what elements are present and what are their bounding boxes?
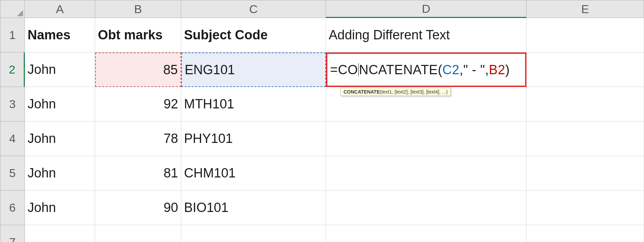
cell-a3[interactable]: John	[25, 87, 95, 122]
cell-b6[interactable]: 90	[95, 191, 181, 225]
cell-c3[interactable]: MTH101	[181, 87, 326, 122]
cell-b7[interactable]	[95, 225, 181, 242]
row-header-2[interactable]: 2	[0, 52, 25, 87]
function-tooltip[interactable]: CONCATENATE(text1, [text2], [text3], [te…	[340, 88, 451, 96]
cell-c7[interactable]	[181, 225, 326, 242]
cell-a6[interactable]: John	[25, 191, 95, 225]
row-header-1[interactable]: 1	[0, 18, 25, 52]
formula-ref-b2: B2	[489, 62, 505, 77]
cell-a2[interactable]: John	[25, 52, 95, 87]
cell-d2[interactable]: =CONCATENATE(C2," - ",B2) CONCATENATE(te…	[326, 52, 527, 87]
cell-a7[interactable]	[25, 225, 95, 242]
cell-d1[interactable]: Adding Different Text	[326, 18, 527, 52]
cell-d4[interactable]	[326, 122, 527, 156]
cell-d6[interactable]	[326, 191, 527, 225]
cell-e6[interactable]	[527, 191, 644, 225]
cell-a4[interactable]: John	[25, 122, 95, 156]
formula-ref-c2: C2	[442, 62, 460, 77]
cell-b1[interactable]: Obt marks	[95, 18, 181, 52]
col-header-a[interactable]: A	[25, 0, 95, 18]
row-header-5[interactable]: 5	[0, 156, 25, 191]
cell-c2[interactable]: ENG101	[181, 52, 326, 87]
row-header-3[interactable]: 3	[0, 87, 25, 122]
row-header-4[interactable]: 4	[0, 122, 25, 156]
cell-c1[interactable]: Subject Code	[181, 18, 326, 52]
cell-e5[interactable]	[527, 156, 644, 191]
formula-mid: ," - ",	[459, 62, 489, 77]
text-caret	[358, 63, 359, 76]
cell-e1[interactable]	[527, 18, 644, 52]
cell-a1[interactable]: Names	[25, 18, 95, 52]
select-all-corner[interactable]	[0, 0, 25, 18]
cell-b3[interactable]: 92	[95, 87, 181, 122]
formula-pre: =CO	[330, 62, 358, 77]
tooltip-func-name: CONCATENATE	[344, 89, 380, 95]
formula-end: )	[505, 62, 510, 77]
cell-b2[interactable]: 85	[95, 52, 181, 87]
spreadsheet-grid: A B C D E 1 Names Obt marks Subject Code…	[0, 0, 644, 242]
cell-d7[interactable]	[326, 225, 527, 242]
cell-b5[interactable]: 81	[95, 156, 181, 191]
row-header-7[interactable]: 7	[0, 225, 25, 242]
col-header-c[interactable]: C	[181, 0, 326, 18]
cell-c5[interactable]: CHM101	[181, 156, 326, 191]
tooltip-func-args: (text1, [text2], [text3], [text4], ...)	[380, 89, 448, 95]
cell-e7[interactable]	[527, 225, 644, 242]
formula-text: =CONCATENATE(C2," - ",B2)	[330, 62, 510, 77]
cell-e3[interactable]	[527, 87, 644, 122]
cell-e4[interactable]	[527, 122, 644, 156]
cell-b4[interactable]: 78	[95, 122, 181, 156]
col-header-d[interactable]: D	[326, 0, 527, 18]
formula-post: NCATENATE(	[359, 62, 442, 77]
cell-d5[interactable]	[326, 156, 527, 191]
col-header-b[interactable]: B	[95, 0, 181, 18]
cell-c6[interactable]: BIO101	[181, 191, 326, 225]
col-header-e[interactable]: E	[527, 0, 644, 18]
cell-e2[interactable]	[527, 52, 644, 87]
cell-c4[interactable]: PHY101	[181, 122, 326, 156]
cell-a5[interactable]: John	[25, 156, 95, 191]
row-header-6[interactable]: 6	[0, 191, 25, 225]
